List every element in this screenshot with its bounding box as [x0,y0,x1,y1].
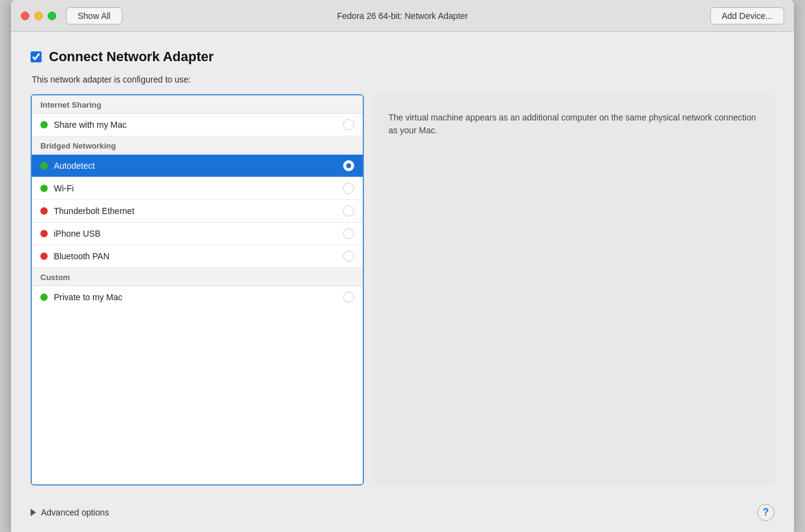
item-label-bluetooth: Bluetooth PAN [54,251,337,261]
status-dot-iphone [40,230,48,237]
status-dot-private [40,294,48,301]
status-dot-autodetect [40,162,48,169]
content-area: Connect Network Adapter This network ada… [11,32,794,498]
minimize-button[interactable] [34,12,43,20]
status-dot-wifi [40,185,48,192]
description-panel: The virtual machine appears as an additi… [374,94,774,486]
connect-title: Connect Network Adapter [49,49,213,65]
radio-iphone-usb[interactable] [343,228,354,239]
maximize-button[interactable] [48,12,56,20]
item-label-iphone-usb: iPhone USB [54,229,337,238]
show-all-button[interactable]: Show All [66,7,122,24]
radio-autodetect[interactable] [343,160,354,171]
connect-header: Connect Network Adapter [31,49,774,65]
list-item-autodetect[interactable]: Autodetect [32,155,363,177]
list-item-bluetooth[interactable]: Bluetooth PAN [32,245,363,268]
network-list-panel: Internet Sharing Share with my Mac Bridg… [31,94,364,486]
item-label-private-mac: Private to my Mac [54,292,337,302]
section-header-custom: Custom [32,268,363,286]
radio-thunderbolt[interactable] [343,205,354,216]
radio-share-mac[interactable] [343,119,354,130]
add-device-button[interactable]: Add Device... [710,7,784,24]
list-item-thunderbolt[interactable]: Thunderbolt Ethernet [32,200,363,223]
list-item-private-mac[interactable]: Private to my Mac [32,286,363,308]
advanced-options-label: Advanced options [41,508,109,517]
list-filler [32,308,363,484]
item-label-autodetect: Autodetect [54,161,337,171]
description-text: The virtual machine appears as an additi… [388,111,760,137]
help-button[interactable]: ? [757,504,774,521]
radio-private-mac[interactable] [343,292,354,303]
window-title: Fedora 26 64-bit: Network Adapter [337,11,468,21]
section-header-internet-sharing: Internet Sharing [32,95,363,114]
status-dot-green [40,121,48,128]
item-label-share-mac: Share with my Mac [54,120,337,130]
bottom-bar: Advanced options ? [11,498,794,532]
item-label-thunderbolt: Thunderbolt Ethernet [54,206,337,216]
status-dot-thunderbolt [40,207,48,215]
list-item-share-mac[interactable]: Share with my Mac [32,114,363,136]
main-window: Show All Fedora 26 64-bit: Network Adapt… [11,0,794,532]
traffic-lights [21,12,56,20]
list-item-wifi[interactable]: Wi-Fi [32,177,363,200]
triangle-icon [31,509,36,516]
configured-text: This network adapter is configured to us… [32,75,774,84]
radio-bluetooth[interactable] [343,251,354,262]
advanced-options-toggle[interactable]: Advanced options [31,508,109,517]
panels-row: Internet Sharing Share with my Mac Bridg… [31,94,774,486]
section-header-bridged: Bridged Networking [32,136,363,155]
status-dot-bluetooth [40,253,48,260]
titlebar: Show All Fedora 26 64-bit: Network Adapt… [11,0,794,32]
item-label-wifi: Wi-Fi [54,183,337,193]
connect-checkbox[interactable] [31,51,42,62]
radio-wifi[interactable] [343,183,354,194]
list-item-iphone-usb[interactable]: iPhone USB [32,223,363,245]
close-button[interactable] [21,12,29,20]
